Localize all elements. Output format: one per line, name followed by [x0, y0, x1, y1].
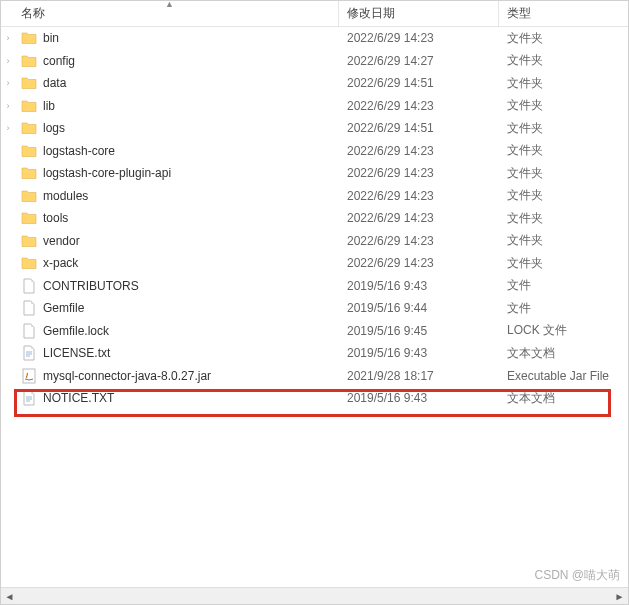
file-name-label: tools [43, 211, 68, 225]
file-row[interactable]: ›logs2022/6/29 14:51文件夹 [1, 117, 628, 140]
column-header-date-label: 修改日期 [347, 5, 395, 22]
cell-date: 2022/6/29 14:23 [339, 144, 499, 158]
folder-icon [21, 143, 37, 159]
cell-type: Executable Jar File [499, 369, 628, 383]
cell-type: 文件夹 [499, 210, 628, 227]
folder-icon [21, 53, 37, 69]
cell-name: vendor [15, 233, 339, 249]
cell-type: 文件夹 [499, 142, 628, 159]
column-headers: 名称 ▲ 修改日期 类型 [1, 1, 628, 27]
cell-date: 2022/6/29 14:23 [339, 211, 499, 225]
horizontal-scrollbar[interactable]: ◄ ► [1, 587, 628, 604]
file-row[interactable]: logstash-core-plugin-api2022/6/29 14:23文… [1, 162, 628, 185]
text-icon [21, 390, 37, 406]
cell-type: 文件夹 [499, 120, 628, 137]
file-row[interactable]: vendor2022/6/29 14:23文件夹 [1, 230, 628, 253]
file-name-label: NOTICE.TXT [43, 391, 114, 405]
expand-chevron-icon[interactable]: › [1, 78, 15, 88]
file-name-label: lib [43, 99, 55, 113]
cell-name: data [15, 75, 339, 91]
file-row[interactable]: tools2022/6/29 14:23文件夹 [1, 207, 628, 230]
folder-icon [21, 165, 37, 181]
file-row[interactable]: ›data2022/6/29 14:51文件夹 [1, 72, 628, 95]
cell-name: logs [15, 120, 339, 136]
column-header-type-label: 类型 [507, 5, 531, 22]
file-name-label: Gemfile.lock [43, 324, 109, 338]
file-row[interactable]: LICENSE.txt2019/5/16 9:43文本文档 [1, 342, 628, 365]
file-row[interactable]: Gemfile2019/5/16 9:44文件 [1, 297, 628, 320]
column-header-name[interactable]: 名称 ▲ [1, 1, 339, 26]
cell-date: 2021/9/28 18:17 [339, 369, 499, 383]
column-header-type[interactable]: 类型 [499, 1, 628, 26]
file-name-label: Gemfile [43, 301, 84, 315]
cell-type: 文件夹 [499, 52, 628, 69]
cell-date: 2022/6/29 14:27 [339, 54, 499, 68]
file-icon [21, 278, 37, 294]
file-name-label: vendor [43, 234, 80, 248]
cell-name: tools [15, 210, 339, 226]
cell-name: config [15, 53, 339, 69]
cell-name: bin [15, 30, 339, 46]
cell-name: Gemfile.lock [15, 323, 339, 339]
cell-date: 2022/6/29 14:51 [339, 121, 499, 135]
cell-date: 2019/5/16 9:43 [339, 391, 499, 405]
cell-type: 文本文档 [499, 345, 628, 362]
cell-type: 文件 [499, 300, 628, 317]
cell-date: 2022/6/29 14:23 [339, 31, 499, 45]
cell-date: 2022/6/29 14:23 [339, 166, 499, 180]
jar-icon [21, 368, 37, 384]
file-row[interactable]: ›lib2022/6/29 14:23文件夹 [1, 95, 628, 118]
cell-type: 文件夹 [499, 232, 628, 249]
file-name-label: config [43, 54, 75, 68]
file-row[interactable]: modules2022/6/29 14:23文件夹 [1, 185, 628, 208]
file-row[interactable]: x-pack2022/6/29 14:23文件夹 [1, 252, 628, 275]
cell-type: 文件夹 [499, 97, 628, 114]
file-name-label: data [43, 76, 66, 90]
cell-date: 2022/6/29 14:23 [339, 99, 499, 113]
cell-date: 2022/6/29 14:51 [339, 76, 499, 90]
file-row[interactable]: logstash-core2022/6/29 14:23文件夹 [1, 140, 628, 163]
file-name-label: x-pack [43, 256, 78, 270]
file-row[interactable]: NOTICE.TXT2019/5/16 9:43文本文档 [1, 387, 628, 410]
cell-date: 2019/5/16 9:45 [339, 324, 499, 338]
cell-name: modules [15, 188, 339, 204]
cell-name: LICENSE.txt [15, 345, 339, 361]
file-icon [21, 300, 37, 316]
file-row[interactable]: Gemfile.lock2019/5/16 9:45LOCK 文件 [1, 320, 628, 343]
column-header-date[interactable]: 修改日期 [339, 1, 499, 26]
folder-icon [21, 255, 37, 271]
file-name-label: logstash-core-plugin-api [43, 166, 171, 180]
cell-type: 文件 [499, 277, 628, 294]
file-name-label: modules [43, 189, 88, 203]
cell-date: 2019/5/16 9:44 [339, 301, 499, 315]
cell-date: 2022/6/29 14:23 [339, 189, 499, 203]
file-row[interactable]: ›bin2022/6/29 14:23文件夹 [1, 27, 628, 50]
folder-icon [21, 233, 37, 249]
cell-name: Gemfile [15, 300, 339, 316]
cell-date: 2022/6/29 14:23 [339, 234, 499, 248]
text-icon [21, 345, 37, 361]
expand-chevron-icon[interactable]: › [1, 123, 15, 133]
expand-chevron-icon[interactable]: › [1, 33, 15, 43]
file-row[interactable]: CONTRIBUTORS2019/5/16 9:43文件 [1, 275, 628, 298]
cell-name: NOTICE.TXT [15, 390, 339, 406]
scroll-left-icon[interactable]: ◄ [1, 588, 18, 605]
file-name-label: LICENSE.txt [43, 346, 110, 360]
file-icon [21, 323, 37, 339]
cell-type: 文件夹 [499, 165, 628, 182]
expand-chevron-icon[interactable]: › [1, 56, 15, 66]
cell-name: lib [15, 98, 339, 114]
file-name-label: logstash-core [43, 144, 115, 158]
file-row[interactable]: ›config2022/6/29 14:27文件夹 [1, 50, 628, 73]
cell-type: 文件夹 [499, 30, 628, 47]
scroll-right-icon[interactable]: ► [611, 588, 628, 605]
cell-type: 文件夹 [499, 187, 628, 204]
sort-indicator-icon: ▲ [165, 0, 174, 9]
expand-chevron-icon[interactable]: › [1, 101, 15, 111]
file-explorer: 名称 ▲ 修改日期 类型 ›bin2022/6/29 14:23文件夹›conf… [0, 0, 629, 605]
cell-type: 文本文档 [499, 390, 628, 407]
column-header-name-label: 名称 [21, 5, 45, 22]
file-name-label: logs [43, 121, 65, 135]
cell-date: 2019/5/16 9:43 [339, 279, 499, 293]
file-row[interactable]: mysql-connector-java-8.0.27.jar2021/9/28… [1, 365, 628, 388]
